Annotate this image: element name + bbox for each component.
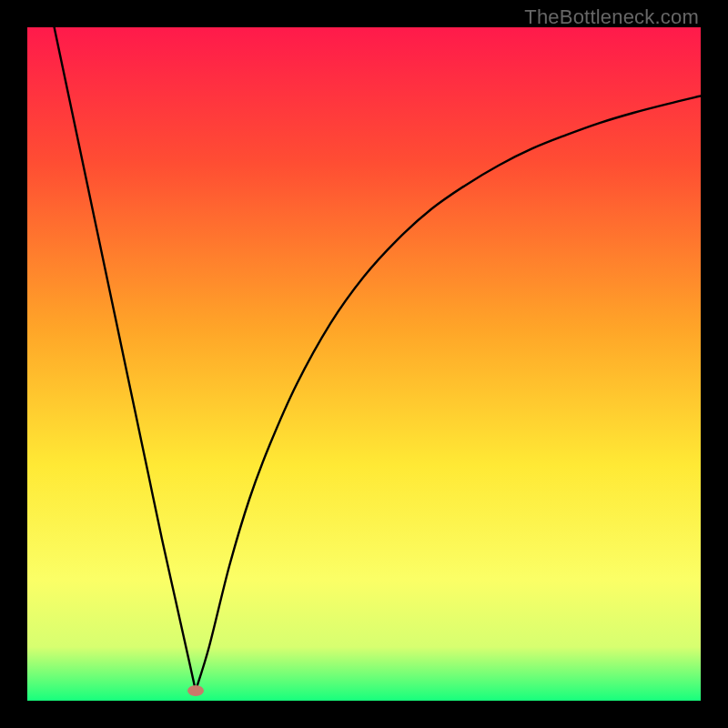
watermark-text: TheBottleneck.com — [524, 5, 699, 29]
chart-frame — [27, 27, 701, 701]
vertex-marker — [187, 685, 204, 696]
bottleneck-chart — [27, 27, 701, 701]
gradient-background — [27, 27, 701, 701]
